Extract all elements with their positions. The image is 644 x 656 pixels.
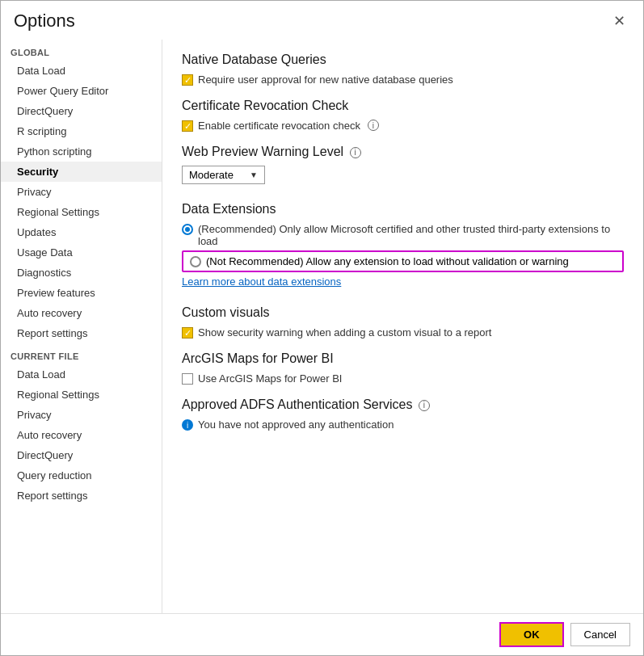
- sidebar-item-report-settings-global[interactable]: Report settings: [1, 323, 162, 343]
- close-button[interactable]: ✕: [608, 12, 630, 30]
- native-db-checkbox[interactable]: ✓: [182, 74, 193, 86]
- sidebar-item-directquery-global[interactable]: DirectQuery: [1, 101, 162, 121]
- sidebar-item-privacy-global[interactable]: Privacy: [1, 182, 162, 202]
- data-extensions-link[interactable]: Learn more about data extensions: [182, 275, 341, 288]
- adfs-info-row: i You have not approved any authenticati…: [182, 418, 624, 431]
- data-extensions-recommended-row: (Recommended) Only allow Microsoft certi…: [182, 223, 624, 247]
- sidebar-item-report-settings-file[interactable]: Report settings: [1, 486, 162, 506]
- sidebar-item-updates[interactable]: Updates: [1, 222, 162, 242]
- current-file-section-label: CURRENT FILE: [1, 343, 162, 364]
- cert-revocation-checkbox-row: ✓ Enable certificate revocation check i: [182, 120, 624, 132]
- sidebar-item-diagnostics[interactable]: Diagnostics: [1, 263, 162, 283]
- cert-revocation-label: Enable certificate revocation check: [198, 120, 360, 132]
- sidebar: GLOBAL Data Load Power Query Editor Dire…: [1, 40, 162, 613]
- sidebar-item-security[interactable]: Security: [1, 162, 162, 182]
- sidebar-item-usage-data[interactable]: Usage Data: [1, 242, 162, 263]
- options-dialog: Options ✕ GLOBAL Data Load Power Query E…: [0, 0, 644, 656]
- web-preview-value: Moderate: [189, 169, 234, 181]
- sidebar-item-python-scripting[interactable]: Python scripting: [1, 141, 162, 162]
- sidebar-item-data-load-file[interactable]: Data Load: [1, 364, 162, 385]
- web-preview-title: Web Preview Warning Level i: [182, 145, 624, 159]
- web-preview-info-icon[interactable]: i: [350, 147, 361, 158]
- sidebar-item-power-query-editor[interactable]: Power Query Editor: [1, 81, 162, 101]
- cert-revocation-checkbox[interactable]: ✓: [182, 120, 193, 132]
- dialog-body: GLOBAL Data Load Power Query Editor Dire…: [1, 40, 643, 613]
- sidebar-item-regional-settings-global[interactable]: Regional Settings: [1, 202, 162, 222]
- arcgis-label: Use ArcGIS Maps for Power BI: [198, 372, 342, 385]
- sidebar-item-auto-recovery-global[interactable]: Auto recovery: [1, 303, 162, 323]
- sidebar-item-privacy-file[interactable]: Privacy: [1, 405, 162, 425]
- sidebar-item-directquery-file[interactable]: DirectQuery: [1, 445, 162, 465]
- data-extensions-title: Data Extensions: [182, 202, 624, 217]
- adfs-info-icon[interactable]: i: [419, 400, 430, 411]
- arcgis-title: ArcGIS Maps for Power BI: [182, 351, 624, 366]
- main-content: Native Database Queries ✓ Require user a…: [162, 40, 643, 613]
- native-db-label: Require user approval for new native dat…: [198, 74, 453, 86]
- custom-visuals-label: Show security warning when adding a cust…: [198, 326, 491, 339]
- title-bar: Options ✕: [1, 1, 643, 32]
- cert-revocation-title: Certificate Revocation Check: [182, 99, 624, 113]
- native-db-title: Native Database Queries: [182, 53, 624, 67]
- data-extensions-not-recommended-radio[interactable]: [190, 256, 201, 267]
- data-extensions-not-recommended-label: (Not Recommended) Allow any extension to…: [206, 255, 569, 267]
- data-extensions-recommended-label: (Recommended) Only allow Microsoft certi…: [198, 223, 624, 247]
- sidebar-item-preview-features[interactable]: Preview features: [1, 283, 162, 303]
- sidebar-item-regional-settings-file[interactable]: Regional Settings: [1, 385, 162, 405]
- global-section-label: GLOBAL: [1, 40, 162, 61]
- chevron-down-icon: ▼: [250, 170, 258, 179]
- sidebar-item-data-load-global[interactable]: Data Load: [1, 61, 162, 81]
- ok-button[interactable]: OK: [499, 622, 564, 647]
- adfs-info-blue-icon: i: [182, 419, 193, 431]
- data-extensions-recommended-radio[interactable]: [182, 224, 193, 235]
- adfs-title: Approved ADFS Authentication Services i: [182, 397, 624, 412]
- cert-revocation-info-icon[interactable]: i: [368, 120, 379, 131]
- web-preview-dropdown[interactable]: Moderate ▼: [182, 166, 265, 184]
- data-extensions-not-recommended-box: (Not Recommended) Allow any extension to…: [182, 250, 624, 272]
- native-db-checkbox-row: ✓ Require user approval for new native d…: [182, 74, 624, 86]
- custom-visuals-title: Custom visuals: [182, 305, 624, 320]
- dialog-title: Options: [14, 11, 75, 32]
- sidebar-item-query-reduction[interactable]: Query reduction: [1, 465, 162, 486]
- cancel-button[interactable]: Cancel: [570, 623, 630, 646]
- dialog-footer: OK Cancel: [1, 613, 643, 655]
- sidebar-item-auto-recovery-file[interactable]: Auto recovery: [1, 425, 162, 445]
- adfs-info-label: You have not approved any authentication: [198, 418, 394, 431]
- custom-visuals-checkbox-row: ✓ Show security warning when adding a cu…: [182, 326, 624, 339]
- arcgis-checkbox-row: Use ArcGIS Maps for Power BI: [182, 372, 624, 385]
- custom-visuals-checkbox[interactable]: ✓: [182, 327, 193, 339]
- sidebar-item-r-scripting[interactable]: R scripting: [1, 121, 162, 141]
- arcgis-checkbox[interactable]: [182, 373, 193, 385]
